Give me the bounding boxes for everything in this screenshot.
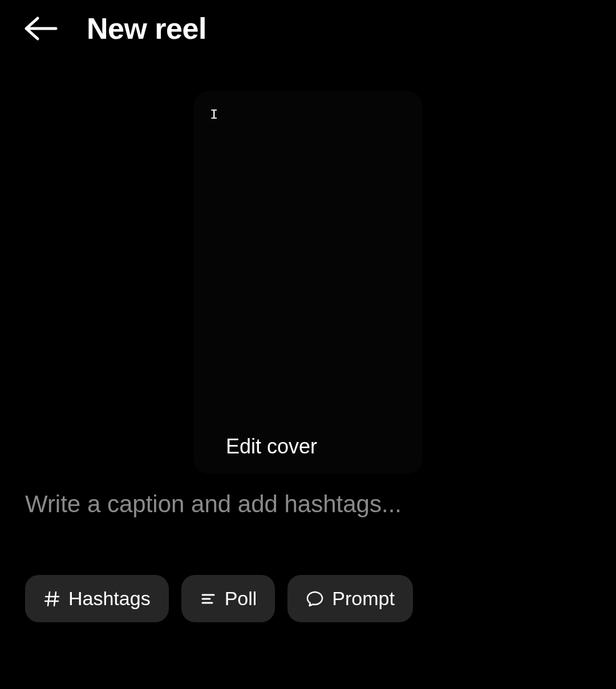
prompt-icon (306, 590, 324, 608)
hashtags-chip-label: Hashtags (68, 587, 151, 610)
chip-row: Hashtags Poll Prompt (0, 575, 616, 622)
caption-input[interactable] (25, 491, 591, 518)
caption-area (0, 473, 616, 518)
page-title: New reel (87, 11, 206, 46)
hashtags-chip[interactable]: Hashtags (25, 575, 169, 622)
back-button[interactable] (23, 15, 58, 42)
edit-cover-button[interactable]: Edit cover (226, 435, 317, 459)
poll-chip[interactable]: Poll (181, 575, 275, 622)
reel-preview[interactable]: I Edit cover (194, 91, 422, 473)
poll-icon (200, 590, 217, 607)
prompt-chip-label: Prompt (332, 587, 395, 610)
preview-overlay-text: I (194, 91, 422, 123)
arrow-left-icon (23, 15, 58, 42)
poll-chip-label: Poll (225, 587, 257, 610)
prompt-chip[interactable]: Prompt (287, 575, 413, 622)
header: New reel (0, 0, 616, 57)
preview-container: I Edit cover (0, 91, 616, 473)
hashtag-icon (43, 590, 60, 607)
